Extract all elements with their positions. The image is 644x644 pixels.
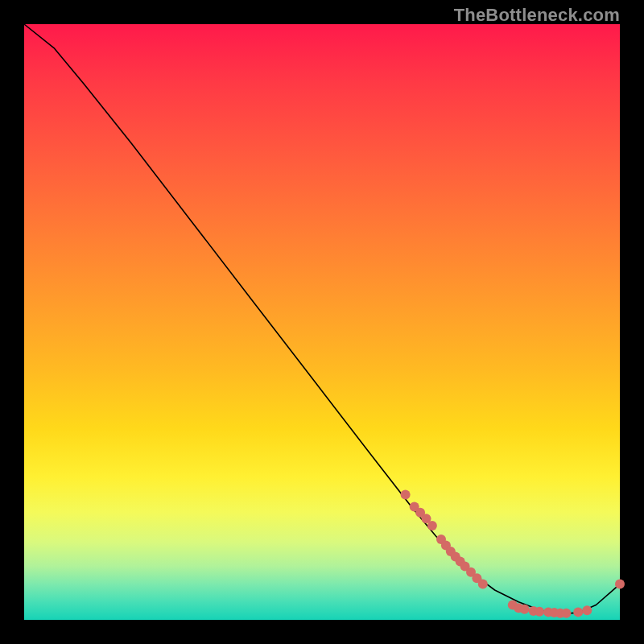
watermark-text: TheBottleneck.com xyxy=(454,5,620,26)
marker-dot xyxy=(535,607,544,617)
marker-dot xyxy=(520,605,530,614)
marker-dot xyxy=(582,605,592,615)
bottleneck-curve xyxy=(24,24,620,614)
marker-dot xyxy=(478,580,488,589)
marker-dot xyxy=(561,609,571,618)
marker-dot xyxy=(615,580,625,589)
chart-stage: TheBottleneck.com xyxy=(0,0,644,644)
marker-dot xyxy=(427,521,437,530)
marker-dot xyxy=(573,607,583,617)
chart-overlay xyxy=(24,24,620,620)
marker-dot xyxy=(401,490,411,500)
